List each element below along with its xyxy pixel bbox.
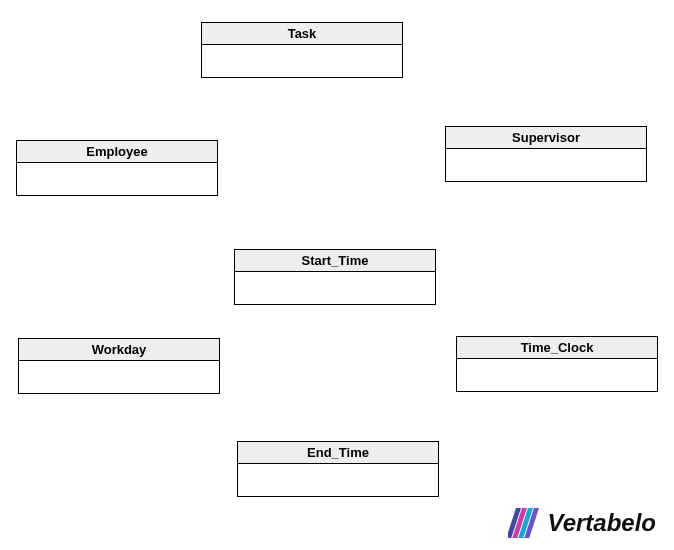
entity-supervisor[interactable]: Supervisor [445, 126, 647, 182]
entity-workday[interactable]: Workday [18, 338, 220, 394]
entity-employee-body [17, 163, 217, 195]
entity-employee[interactable]: Employee [16, 140, 218, 196]
entity-end-time-body [238, 464, 438, 496]
entity-task[interactable]: Task [201, 22, 403, 78]
entity-workday-body [19, 361, 219, 393]
entity-supervisor-title: Supervisor [446, 127, 646, 149]
vertabelo-logo-icon [508, 508, 542, 538]
entity-start-time-title: Start_Time [235, 250, 435, 272]
entity-time-clock[interactable]: Time_Clock [456, 336, 658, 392]
entity-time-clock-body [457, 359, 657, 391]
entity-supervisor-body [446, 149, 646, 181]
entity-employee-title: Employee [17, 141, 217, 163]
entity-end-time[interactable]: End_Time [237, 441, 439, 497]
entity-start-time-body [235, 272, 435, 304]
entity-workday-title: Workday [19, 339, 219, 361]
entity-task-title: Task [202, 23, 402, 45]
vertabelo-logo: Vertabelo [508, 508, 656, 538]
entity-time-clock-title: Time_Clock [457, 337, 657, 359]
entity-task-body [202, 45, 402, 77]
entity-start-time[interactable]: Start_Time [234, 249, 436, 305]
entity-end-time-title: End_Time [238, 442, 438, 464]
vertabelo-logo-text: Vertabelo [548, 509, 656, 537]
